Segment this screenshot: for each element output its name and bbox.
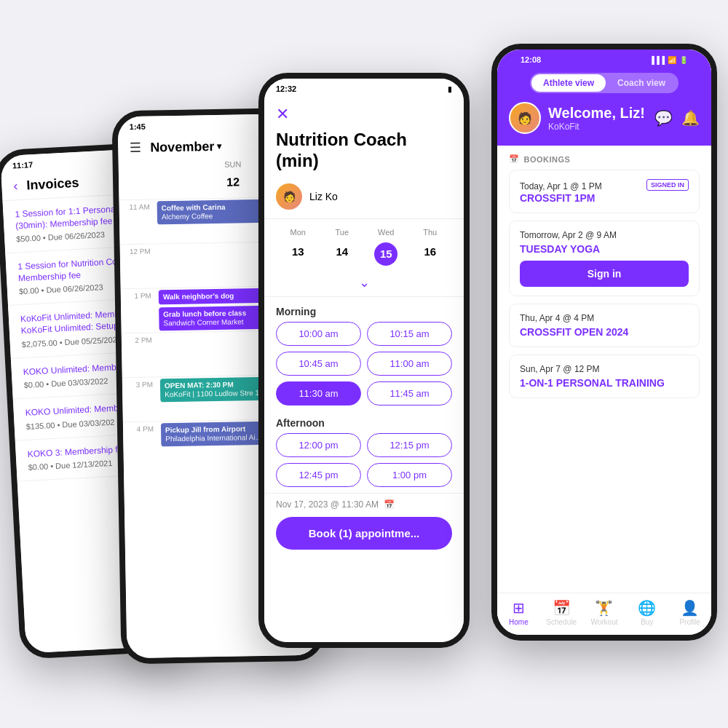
signed-in-badge: SIGNED IN <box>646 179 689 191</box>
signal-icon: ▐▐▐ <box>649 56 665 64</box>
cal-day-thu: Thu <box>408 228 453 237</box>
slot-1015[interactable]: 10:15 am <box>367 322 452 346</box>
booking-title: Nutrition Coach (min) <box>276 130 452 172</box>
divider-1 <box>264 218 464 219</box>
slot-1215[interactable]: 12:15 pm <box>367 433 452 457</box>
profile-icon: 👤 <box>681 599 699 617</box>
bookings-section: 📅 BOOKINGS Today, Apr 1 @ 1 PM SIGNED IN… <box>497 146 711 414</box>
cal-day-wed: Wed <box>364 228 408 237</box>
booking-card-1[interactable]: Today, Apr 1 @ 1 PM SIGNED IN CROSSFIT 1… <box>509 170 700 213</box>
cal-date-16[interactable]: 16 <box>408 242 453 266</box>
morning-label: Morning <box>264 300 464 322</box>
time-label-1pm: 1 PM <box>121 288 158 333</box>
slot-1200[interactable]: 12:00 pm <box>276 433 361 457</box>
phone-booking: 12:32 ▮ ✕ Nutrition Coach (min) 🧑 Liz Ko… <box>258 73 470 648</box>
slot-1100[interactable]: 11:00 am <box>367 352 452 376</box>
nav-workout-label: Workout <box>590 618 617 626</box>
booking-card-2[interactable]: Tomorrow, Apr 2 @ 9 AM TUESDAY YOGA Sign… <box>509 221 700 296</box>
buy-icon: 🌐 <box>638 599 656 617</box>
booking-footer: Nov 17, 2023 @ 11:30 AM 📅 Book (1) appoi… <box>264 493 464 555</box>
calendar-icon-small: 📅 <box>384 499 395 510</box>
chevron-expand[interactable]: ⌄ <box>264 272 464 293</box>
nav-profile[interactable]: 👤 Profile <box>672 599 708 626</box>
book-button[interactable]: Book (1) appointme... <box>276 517 452 550</box>
nav-buy[interactable]: 🌐 Buy <box>629 599 665 626</box>
slot-1000[interactable]: 10:00 am <box>276 322 361 346</box>
booking-header: ✕ Nutrition Coach (min) <box>264 96 464 178</box>
slot-1245[interactable]: 12:45 pm <box>276 463 361 487</box>
coach-name: Liz Ko <box>309 191 338 202</box>
booking-card-3[interactable]: Thu, Apr 4 @ 4 PM CrossFit Open 2024 <box>509 304 700 347</box>
cal-date-13[interactable]: 13 <box>276 242 320 266</box>
schedule-icon: 📅 <box>553 599 571 617</box>
calendar-month[interactable]: November ▾ <box>150 138 221 155</box>
mini-cal-dates: 13 14 15 16 <box>264 240 464 269</box>
bell-icon[interactable]: 🔔 <box>681 109 700 127</box>
cal-day-mon: Mon <box>276 228 320 237</box>
booking-3-name: CrossFit Open 2024 <box>520 326 689 338</box>
divider-2 <box>264 296 464 297</box>
phone-main: 12:08 ▐▐▐ 📶 🔋 Athlete view Coach view 🧑 <box>491 44 717 641</box>
nav-home-label: Home <box>509 618 529 626</box>
time-1: 11:17 <box>12 160 33 170</box>
close-button[interactable]: ✕ <box>276 105 452 124</box>
welcome-row: 🧑 Welcome, Liz! KoKoFit 💬 🔔 <box>509 102 700 134</box>
booking-1-date: Today, Apr 1 @ 1 PM SIGNED IN <box>520 179 689 192</box>
invoices-title: Invoices <box>26 175 79 194</box>
bookings-label: 📅 BOOKINGS <box>509 154 700 164</box>
slot-100pm[interactable]: 1:00 pm <box>367 463 452 487</box>
nav-schedule[interactable]: 📅 Schedule <box>543 599 579 626</box>
slot-1145[interactable]: 11:45 am <box>367 381 452 405</box>
app-header: 12:08 ▐▐▐ 📶 🔋 Athlete view Coach view 🧑 <box>497 50 711 146</box>
view-toggle: Athlete view Coach view <box>509 67 700 102</box>
time-label-2pm: 2 PM <box>122 333 159 377</box>
wifi-icon: 📶 <box>668 56 676 64</box>
status-icons-4: ▐▐▐ 📶 🔋 <box>649 56 688 64</box>
time-3: 12:32 <box>276 84 296 93</box>
calendar-icon: 📅 <box>509 154 520 164</box>
time-label-11am: 11 AM <box>119 199 157 244</box>
booking-card-4[interactable]: Sun, Apr 7 @ 12 PM 1-on-1 Personal Train… <box>509 355 700 398</box>
bottom-nav: ⊞ Home 📅 Schedule 🏋 Workout 🌐 Buy 👤 Prof… <box>497 593 711 635</box>
welcome-heading: Welcome, Liz! <box>548 105 645 122</box>
nav-workout[interactable]: 🏋 Workout <box>586 599 622 626</box>
time-label-3pm: 3 PM <box>122 377 159 422</box>
home-icon: ⊞ <box>513 599 525 617</box>
nav-buy-label: Buy <box>641 618 653 626</box>
hamburger-icon[interactable]: ☰ <box>130 140 141 156</box>
slot-1130[interactable]: 11:30 am <box>276 381 361 405</box>
booking-2-name: TUESDAY YOGA <box>520 243 689 255</box>
header-action-icons: 💬 🔔 <box>654 109 700 127</box>
battery-icon-3: ▮ <box>448 85 452 93</box>
main-screen: 12:08 ▐▐▐ 📶 🔋 Athlete view Coach view 🧑 <box>497 50 711 635</box>
status-bar-4: 12:08 ▐▐▐ 📶 🔋 <box>509 50 700 67</box>
battery-icon-4: 🔋 <box>679 56 688 64</box>
cal-date-14[interactable]: 14 <box>320 242 365 266</box>
mini-cal-header: Mon Tue Wed Thu <box>264 222 464 240</box>
slot-1045[interactable]: 10:45 am <box>276 352 361 376</box>
morning-slots: 10:00 am 10:15 am 10:45 am 11:00 am 11:3… <box>264 322 464 411</box>
coach-view-btn[interactable]: Coach view <box>606 74 677 92</box>
chevron-down-icon: ▾ <box>217 141 221 151</box>
coach-row: 🧑 Liz Ko <box>264 178 464 215</box>
time-2: 1:45 <box>130 122 146 131</box>
workout-icon: 🏋 <box>595 599 613 617</box>
booking-datetime: Nov 17, 2023 @ 11:30 AM 📅 <box>276 499 452 510</box>
afternoon-slots: 12:00 pm 12:15 pm 12:45 pm 1:00 pm <box>264 433 464 493</box>
coach-avatar: 🧑 <box>276 183 302 210</box>
back-arrow-icon[interactable]: ‹ <box>13 178 18 194</box>
booking-2-date: Tomorrow, Apr 2 @ 9 AM <box>520 230 689 240</box>
time-4: 12:08 <box>521 55 541 64</box>
athlete-view-btn[interactable]: Athlete view <box>531 74 606 92</box>
booking-1-name: CROSSFIT 1PM <box>520 192 689 204</box>
cal-date-15[interactable]: 15 <box>374 242 397 266</box>
afternoon-label: Afternoon <box>264 411 464 433</box>
time-label-12pm: 12 PM <box>120 244 157 288</box>
nav-profile-label: Profile <box>679 618 700 626</box>
message-icon[interactable]: 💬 <box>654 109 673 127</box>
sign-in-button[interactable]: Sign in <box>520 261 689 287</box>
nav-home[interactable]: ⊞ Home <box>500 599 537 626</box>
nav-schedule-label: Schedule <box>546 618 577 626</box>
cal-day-tue: Tue <box>320 228 365 237</box>
user-avatar: 🧑 <box>509 102 541 134</box>
